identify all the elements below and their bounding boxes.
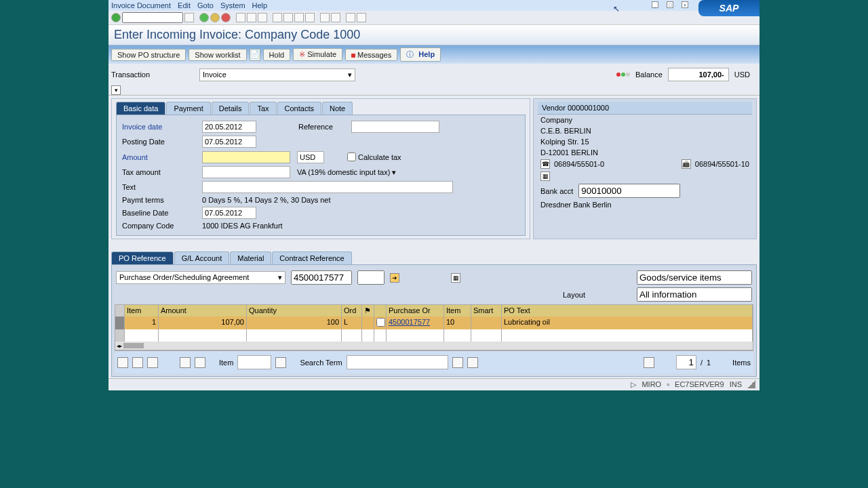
menu-system[interactable]: System (220, 1, 245, 9)
col-smart[interactable]: Smart (471, 305, 502, 317)
sort-asc-icon[interactable] (180, 357, 191, 368)
close-icon[interactable]: × (682, 1, 688, 8)
cell-po[interactable]: 4500017577 (387, 317, 444, 329)
po-item-input[interactable] (357, 270, 384, 285)
goods-service-input[interactable] (637, 270, 752, 285)
col-amount[interactable]: Amount (159, 305, 247, 317)
col-item[interactable]: Item (125, 305, 159, 317)
tab-tax[interactable]: Tax (250, 102, 276, 115)
prev-page-icon[interactable] (283, 13, 293, 22)
cell-uom[interactable]: L (342, 317, 362, 329)
reference-type-select[interactable]: Purchase Order/Scheduling Agreement ▾ (116, 271, 285, 284)
menu-help[interactable]: Help (252, 1, 268, 9)
currency-input[interactable] (297, 151, 324, 163)
exit-icon[interactable] (210, 13, 220, 22)
minimize-icon[interactable]: _ (652, 1, 658, 8)
page-current[interactable] (676, 355, 696, 369)
col-po[interactable]: Purchase Or (387, 305, 444, 317)
select-all-icon[interactable] (117, 357, 128, 368)
help-icon[interactable] (346, 13, 355, 22)
col-ord[interactable]: Ord (342, 305, 362, 317)
deselect-all-icon[interactable] (132, 357, 143, 368)
first-page-icon[interactable] (273, 13, 282, 22)
reference-input[interactable] (351, 121, 439, 133)
tab-material[interactable]: Material (230, 251, 271, 264)
find-next-icon[interactable] (258, 13, 267, 22)
help-button[interactable]: ⓘ Help (400, 47, 441, 62)
tab-details[interactable]: Details (212, 102, 250, 115)
po-number-input[interactable] (291, 270, 352, 285)
grid-row-blank[interactable] (115, 329, 753, 342)
transaction-select[interactable]: Invoice ▾ (199, 68, 355, 81)
create-session-icon[interactable] (320, 13, 330, 22)
vendor-panel: Vendor 0000001000 Company C.E.B. BERLIN … (533, 98, 757, 239)
find-icon[interactable] (247, 13, 256, 22)
display-icon[interactable]: ▦ (540, 171, 550, 181)
item-label: Item (219, 359, 233, 367)
command-field[interactable] (122, 12, 183, 23)
tab-gl-account[interactable]: G/L Account (174, 251, 230, 264)
col-potext[interactable]: PO Text (502, 305, 753, 317)
amount-input[interactable] (202, 151, 290, 163)
messages-button[interactable]: Messages (345, 49, 397, 61)
tab-contract-reference[interactable]: Contract Reference (272, 251, 351, 264)
cancel-icon[interactable] (221, 13, 231, 22)
menu-edit[interactable]: Edit (178, 1, 191, 9)
last-page-icon[interactable] (305, 13, 315, 22)
tab-basic-data[interactable]: Basic data (116, 102, 165, 115)
grid-row[interactable]: 1 107,00 100 L 4500017577 10 Lubricating… (115, 317, 753, 329)
search-po-icon[interactable]: ➜ (390, 273, 399, 283)
shortcut-icon[interactable] (331, 13, 340, 22)
item-search-input[interactable] (237, 355, 271, 369)
menu-invoice-document[interactable]: Invoice Document (111, 1, 171, 9)
cell-amount[interactable]: 107,00 (159, 317, 247, 329)
simulate-button[interactable]: ※ Simulate (293, 48, 342, 61)
layout-icon[interactable] (357, 13, 366, 22)
text-input[interactable] (202, 181, 453, 193)
other-invoice-icon[interactable]: 📄 (250, 49, 260, 61)
save-icon[interactable] (184, 13, 194, 22)
phone-icon[interactable]: ☎ (540, 159, 550, 169)
sort-desc-icon[interactable] (195, 357, 205, 368)
tax-code-select[interactable]: VA (19% domestic input tax) ▾ (297, 168, 419, 177)
paymt-terms-label: Paymt terms (121, 196, 202, 204)
cell-qty[interactable]: 100 (247, 317, 342, 329)
transaction-row: Transaction Invoice ▾ Balance 107,00- US… (108, 64, 760, 85)
item-search-icon[interactable] (275, 357, 286, 368)
layout-select[interactable] (637, 287, 752, 302)
find-next-button-icon[interactable] (467, 357, 478, 368)
display-item-icon[interactable] (644, 357, 654, 368)
display-po-icon[interactable]: ▦ (451, 273, 460, 283)
show-worklist-button[interactable]: Show worklist (189, 49, 246, 61)
next-page-icon[interactable] (294, 13, 304, 22)
col-po-item[interactable]: Item (444, 305, 471, 317)
hold-button[interactable]: Hold (263, 49, 291, 61)
collapse-icon[interactable]: ▾ (111, 85, 121, 95)
col-quantity[interactable]: Quantity (247, 305, 342, 317)
bank-acct-input[interactable] (578, 184, 680, 198)
grid-hscroll[interactable]: ◂▸ (115, 342, 753, 350)
posting-date-input[interactable] (202, 136, 256, 148)
show-po-structure-button[interactable]: Show PO structure (111, 49, 186, 61)
search-term-input[interactable] (347, 355, 448, 369)
maximize-icon[interactable]: □ (667, 1, 673, 8)
tab-note[interactable]: Note (322, 102, 353, 115)
print-icon[interactable] (236, 13, 245, 22)
col-flag[interactable]: ⚑ (362, 305, 374, 317)
menu-goto[interactable]: Goto (197, 1, 214, 9)
fax-icon[interactable]: 📠 (682, 159, 691, 169)
find-button-icon[interactable] (452, 357, 463, 368)
tab-contacts[interactable]: Contacts (277, 102, 321, 115)
col-check[interactable] (374, 305, 387, 317)
invoice-date-input[interactable] (202, 121, 256, 133)
tab-po-reference[interactable]: PO Reference (111, 251, 174, 264)
delete-icon[interactable] (147, 357, 158, 368)
row-checkbox[interactable] (376, 318, 385, 327)
tax-amount-input[interactable] (202, 166, 290, 178)
tab-payment[interactable]: Payment (166, 102, 210, 115)
enter-icon[interactable] (111, 13, 121, 22)
back-icon[interactable] (199, 13, 209, 22)
header-tabs: Basic data Payment Details Tax Contacts … (116, 102, 526, 115)
baseline-date-input[interactable] (202, 207, 256, 219)
calculate-tax-checkbox[interactable] (347, 152, 356, 161)
